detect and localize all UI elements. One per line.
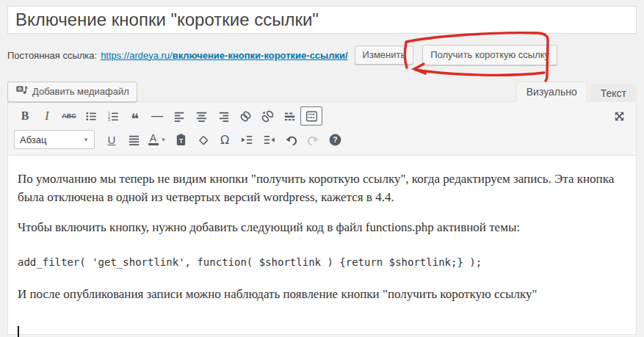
link-button[interactable] (234, 106, 256, 126)
unlink-icon (261, 109, 275, 123)
ordered-list-icon: 123 (106, 109, 120, 123)
svg-text:?: ? (333, 136, 337, 144)
undo-button[interactable] (280, 130, 302, 149)
post-edit-page: Постоянная ссылка: https://ardeya.ru/вкл… (0, 0, 644, 335)
post-title-input[interactable] (7, 6, 637, 34)
fullscreen-button[interactable] (608, 106, 630, 126)
content-paragraph: Чтобы включить кнопку, нужно добавить сл… (18, 219, 626, 237)
bullet-list-icon (84, 109, 98, 123)
undo-icon (284, 133, 298, 147)
justify-button[interactable] (123, 130, 145, 149)
bullet-list-button[interactable] (80, 106, 102, 126)
editor-toolbar: B I ABC 123 (8, 102, 636, 156)
ordered-list-button[interactable]: 123 (102, 106, 124, 126)
bold-button[interactable]: B (14, 106, 36, 126)
text-color-letter: A (148, 134, 159, 145)
more-tag-button[interactable] (278, 106, 300, 126)
svg-text:3: 3 (108, 117, 110, 122)
permalink-url-slug: включение-кнопки-короткие-ссылки/ (173, 50, 348, 61)
text-cursor (18, 326, 19, 337)
justify-icon (127, 133, 141, 147)
editor-content[interactable]: По умолчанию мы теперь не видим кнопки "… (8, 156, 636, 337)
media-row: Добавить медиафайл Визуально Текст (7, 81, 637, 102)
caret-line (18, 326, 626, 337)
editor-mode-tabs: Визуально Текст (516, 81, 637, 102)
align-left-icon (173, 109, 187, 123)
toolbar-toggle-button[interactable] (300, 106, 322, 126)
toolbar-row-1: B I ABC 123 (14, 104, 630, 128)
paragraph-format-value: Абзац (20, 134, 46, 145)
add-media-button[interactable]: Добавить медиафайл (7, 81, 137, 102)
get-shortlink-button[interactable]: Получить короткую ссылку (422, 45, 557, 65)
svg-text:T: T (178, 137, 183, 144)
permalink-row: Постоянная ссылка: https://ardeya.ru/вкл… (7, 45, 637, 65)
eraser-icon (196, 133, 210, 147)
link-icon (239, 109, 253, 123)
add-media-label: Добавить медиафайл (32, 83, 129, 101)
visual-editor: B I ABC 123 (7, 101, 637, 335)
special-char-button[interactable]: Ω (214, 130, 236, 149)
permalink-url-prefix: https://ardeya.ru/ (101, 50, 173, 61)
paste-as-text-icon: T (174, 133, 188, 147)
horizontal-rule-button[interactable]: — (146, 106, 168, 126)
help-icon: ? (328, 133, 342, 147)
text-color-swatch (148, 143, 159, 145)
toolbar-row-2: Абзац ▼ U A ▼ (14, 128, 630, 151)
strikethrough-button[interactable]: ABC (58, 106, 80, 126)
align-center-icon (195, 109, 209, 123)
more-tag-icon (283, 109, 297, 123)
text-color-button[interactable]: A ▼ (145, 130, 170, 149)
toolbar-toggle-icon (305, 109, 319, 123)
blockquote-button[interactable]: ❝ (124, 106, 146, 126)
fullscreen-icon (612, 109, 626, 123)
align-left-button[interactable] (168, 106, 190, 126)
underline-button[interactable]: U (101, 130, 123, 149)
chevron-down-icon: ▼ (83, 137, 89, 143)
align-center-button[interactable] (190, 106, 212, 126)
paragraph-format-dropdown[interactable]: Абзац ▼ (14, 130, 95, 149)
redo-button[interactable] (302, 130, 324, 149)
permalink-link[interactable]: https://ardeya.ru/включение-кнопки-корот… (101, 50, 347, 61)
redo-icon (306, 133, 320, 147)
indent-button[interactable] (258, 130, 280, 149)
add-media-icon (15, 83, 28, 101)
help-button[interactable]: ? (324, 130, 346, 149)
italic-button[interactable]: I (36, 106, 58, 126)
align-right-button[interactable] (212, 106, 234, 126)
outdent-icon (240, 133, 254, 147)
clear-formatting-button[interactable] (192, 130, 214, 149)
tab-visual[interactable]: Визуально (516, 81, 587, 102)
paste-as-text-button[interactable]: T (170, 130, 192, 149)
tab-text[interactable]: Текст (590, 84, 637, 102)
align-right-icon (217, 109, 231, 123)
content-paragraph: По умолчанию мы теперь не видим кнопки "… (18, 170, 626, 206)
unlink-button[interactable] (256, 106, 278, 126)
edit-permalink-button[interactable]: Изменить (355, 46, 414, 65)
chevron-down-icon: ▼ (161, 137, 167, 143)
outdent-button[interactable] (236, 130, 258, 149)
permalink-label: Постоянная ссылка: (7, 50, 97, 61)
indent-icon (262, 133, 276, 147)
content-paragraph: И после опубликования записи можно наблю… (18, 286, 626, 304)
content-code-line: add_filter( 'get_shortlink', function( $… (18, 255, 626, 269)
